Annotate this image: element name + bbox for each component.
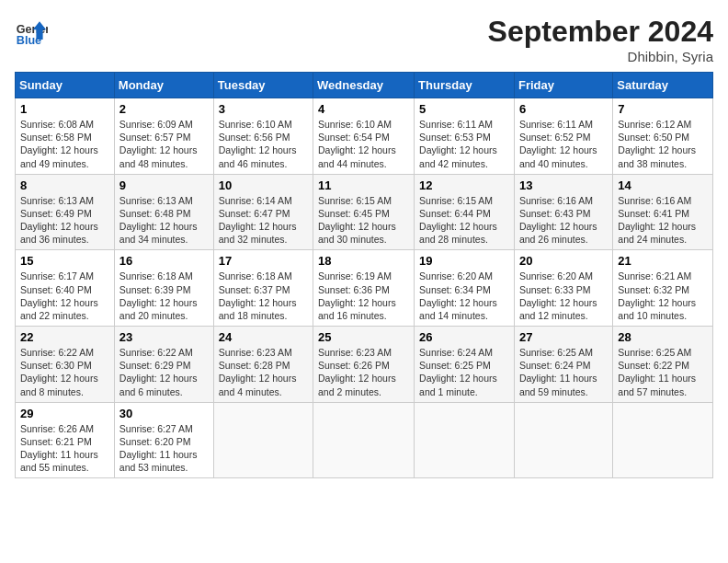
calendar-cell: 11Sunrise: 6:15 AMSunset: 6:45 PMDayligh… (313, 174, 415, 250)
day-number: 29 (20, 407, 109, 420)
day-info: Sunrise: 6:15 AMSunset: 6:45 PMDaylight:… (318, 194, 409, 247)
day-number: 5 (419, 102, 509, 116)
day-number: 17 (219, 254, 308, 268)
calendar-cell: 20Sunrise: 6:20 AMSunset: 6:33 PMDayligh… (514, 250, 612, 327)
day-number: 15 (20, 254, 109, 268)
day-number: 16 (119, 254, 209, 268)
page-header: General Blue September 2024 Dhibbin, Syr… (15, 15, 713, 64)
day-info: Sunrise: 6:16 AMSunset: 6:43 PMDaylight:… (519, 194, 608, 247)
day-info: Sunrise: 6:11 AMSunset: 6:52 PMDaylight:… (519, 118, 608, 170)
calendar-week-row: 1Sunrise: 6:08 AMSunset: 6:58 PMDaylight… (16, 98, 713, 175)
day-info: Sunrise: 6:24 AMSunset: 6:25 PMDaylight:… (419, 346, 509, 398)
day-number: 26 (419, 330, 509, 344)
calendar-cell: 28Sunrise: 6:25 AMSunset: 6:22 PMDayligh… (613, 327, 713, 403)
day-number: 9 (119, 178, 209, 192)
day-info: Sunrise: 6:17 AMSunset: 6:40 PMDaylight:… (20, 270, 109, 322)
calendar-header-row: SundayMondayTuesdayWednesdayThursdayFrid… (16, 73, 713, 98)
day-number: 6 (519, 102, 608, 116)
calendar-cell: 5Sunrise: 6:11 AMSunset: 6:53 PMDaylight… (415, 98, 515, 175)
day-info: Sunrise: 6:11 AMSunset: 6:53 PMDaylight:… (419, 118, 509, 170)
calendar-cell: 10Sunrise: 6:14 AMSunset: 6:47 PMDayligh… (213, 174, 313, 250)
calendar-table: SundayMondayTuesdayWednesdayThursdayFrid… (15, 72, 713, 478)
col-header-thursday: Thursday (415, 73, 515, 98)
calendar-cell: 18Sunrise: 6:19 AMSunset: 6:36 PMDayligh… (313, 250, 415, 327)
day-info: Sunrise: 6:18 AMSunset: 6:39 PMDaylight:… (119, 270, 209, 322)
day-number: 13 (519, 178, 608, 192)
day-info: Sunrise: 6:22 AMSunset: 6:29 PMDaylight:… (119, 346, 209, 398)
day-info: Sunrise: 6:20 AMSunset: 6:33 PMDaylight:… (519, 270, 608, 322)
calendar-cell: 19Sunrise: 6:20 AMSunset: 6:34 PMDayligh… (415, 250, 515, 327)
day-number: 24 (219, 330, 308, 344)
day-info: Sunrise: 6:13 AMSunset: 6:48 PMDaylight:… (119, 194, 209, 247)
day-info: Sunrise: 6:20 AMSunset: 6:34 PMDaylight:… (419, 270, 509, 322)
logo-icon: General Blue (15, 15, 48, 48)
calendar-cell (415, 402, 515, 478)
calendar-cell: 27Sunrise: 6:25 AMSunset: 6:24 PMDayligh… (514, 327, 612, 403)
calendar-week-row: 15Sunrise: 6:17 AMSunset: 6:40 PMDayligh… (16, 250, 713, 327)
day-number: 30 (119, 407, 209, 420)
day-info: Sunrise: 6:09 AMSunset: 6:57 PMDaylight:… (119, 118, 209, 170)
day-number: 7 (618, 102, 708, 116)
calendar-cell: 15Sunrise: 6:17 AMSunset: 6:40 PMDayligh… (16, 250, 115, 327)
day-info: Sunrise: 6:13 AMSunset: 6:49 PMDaylight:… (20, 194, 109, 247)
calendar-cell: 7Sunrise: 6:12 AMSunset: 6:50 PMDaylight… (613, 98, 713, 175)
day-number: 14 (618, 178, 708, 192)
calendar-cell: 1Sunrise: 6:08 AMSunset: 6:58 PMDaylight… (16, 98, 115, 175)
day-info: Sunrise: 6:08 AMSunset: 6:58 PMDaylight:… (20, 118, 109, 170)
calendar-cell (613, 402, 713, 478)
calendar-cell: 8Sunrise: 6:13 AMSunset: 6:49 PMDaylight… (16, 174, 115, 250)
calendar-week-row: 29Sunrise: 6:26 AMSunset: 6:21 PMDayligh… (16, 402, 713, 478)
day-info: Sunrise: 6:27 AMSunset: 6:20 PMDaylight:… (119, 422, 209, 475)
calendar-week-row: 22Sunrise: 6:22 AMSunset: 6:30 PMDayligh… (16, 327, 713, 403)
day-info: Sunrise: 6:19 AMSunset: 6:36 PMDaylight:… (318, 270, 409, 322)
calendar-cell: 16Sunrise: 6:18 AMSunset: 6:39 PMDayligh… (114, 250, 213, 327)
calendar-cell (213, 402, 313, 478)
calendar-cell: 14Sunrise: 6:16 AMSunset: 6:41 PMDayligh… (613, 174, 713, 250)
day-number: 22 (20, 330, 109, 344)
calendar-cell: 22Sunrise: 6:22 AMSunset: 6:30 PMDayligh… (16, 327, 115, 403)
day-number: 1 (20, 102, 109, 116)
day-info: Sunrise: 6:26 AMSunset: 6:21 PMDaylight:… (20, 422, 109, 475)
day-info: Sunrise: 6:18 AMSunset: 6:37 PMDaylight:… (219, 270, 308, 322)
day-number: 18 (318, 254, 409, 268)
day-number: 10 (219, 178, 308, 192)
day-number: 23 (119, 330, 209, 344)
calendar-week-row: 8Sunrise: 6:13 AMSunset: 6:49 PMDaylight… (16, 174, 713, 250)
calendar-cell: 17Sunrise: 6:18 AMSunset: 6:37 PMDayligh… (213, 250, 313, 327)
day-number: 27 (519, 330, 608, 344)
col-header-wednesday: Wednesday (313, 73, 415, 98)
day-info: Sunrise: 6:23 AMSunset: 6:26 PMDaylight:… (318, 346, 409, 398)
calendar-cell: 3Sunrise: 6:10 AMSunset: 6:56 PMDaylight… (213, 98, 313, 175)
day-number: 8 (20, 178, 109, 192)
day-number: 4 (318, 102, 409, 116)
col-header-sunday: Sunday (16, 73, 115, 98)
calendar-cell: 9Sunrise: 6:13 AMSunset: 6:48 PMDaylight… (114, 174, 213, 250)
logo: General Blue (15, 15, 48, 48)
calendar-cell: 30Sunrise: 6:27 AMSunset: 6:20 PMDayligh… (114, 402, 213, 478)
col-header-friday: Friday (514, 73, 612, 98)
title-block: September 2024 Dhibbin, Syria (488, 15, 713, 64)
col-header-saturday: Saturday (613, 73, 713, 98)
day-number: 12 (419, 178, 509, 192)
location: Dhibbin, Syria (488, 49, 713, 64)
day-number: 11 (318, 178, 409, 192)
day-number: 3 (219, 102, 308, 116)
day-info: Sunrise: 6:22 AMSunset: 6:30 PMDaylight:… (20, 346, 109, 398)
col-header-tuesday: Tuesday (213, 73, 313, 98)
month-title: September 2024 (488, 15, 713, 49)
calendar-cell: 21Sunrise: 6:21 AMSunset: 6:32 PMDayligh… (613, 250, 713, 327)
day-info: Sunrise: 6:23 AMSunset: 6:28 PMDaylight:… (219, 346, 308, 398)
calendar-cell: 12Sunrise: 6:15 AMSunset: 6:44 PMDayligh… (415, 174, 515, 250)
day-number: 20 (519, 254, 608, 268)
day-info: Sunrise: 6:10 AMSunset: 6:54 PMDaylight:… (318, 118, 409, 170)
calendar-cell (313, 402, 415, 478)
day-number: 25 (318, 330, 409, 344)
calendar-cell: 6Sunrise: 6:11 AMSunset: 6:52 PMDaylight… (514, 98, 612, 175)
calendar-cell: 13Sunrise: 6:16 AMSunset: 6:43 PMDayligh… (514, 174, 612, 250)
day-info: Sunrise: 6:12 AMSunset: 6:50 PMDaylight:… (618, 118, 708, 170)
calendar-cell: 24Sunrise: 6:23 AMSunset: 6:28 PMDayligh… (213, 327, 313, 403)
calendar-cell: 23Sunrise: 6:22 AMSunset: 6:29 PMDayligh… (114, 327, 213, 403)
day-number: 2 (119, 102, 209, 116)
day-number: 21 (618, 254, 708, 268)
day-info: Sunrise: 6:25 AMSunset: 6:24 PMDaylight:… (519, 346, 608, 398)
